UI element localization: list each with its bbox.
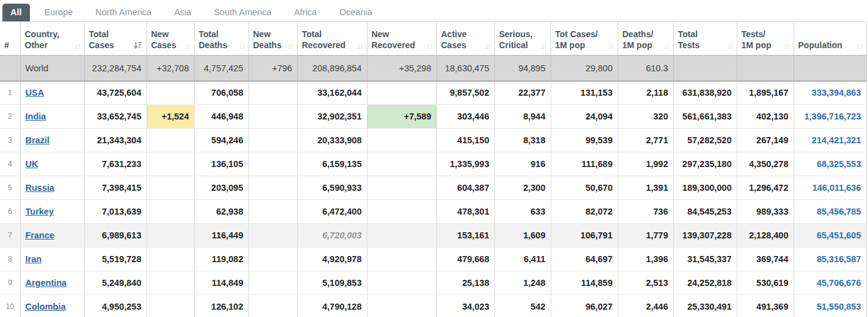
country-link[interactable]: Argentina [26, 278, 67, 288]
cell-new_cases [146, 248, 194, 271]
cell-active_cases: 18,630,475 [436, 55, 494, 81]
cell-total_deaths: 126,102 [194, 295, 248, 317]
column-header-new_recovered[interactable]: NewRecovered↓↑ [367, 22, 436, 55]
cell-serious_critical: 916 [494, 152, 551, 176]
cell-deaths_per_1m: 2,118 [618, 81, 673, 105]
column-label-line: Other [25, 40, 60, 51]
column-header-country[interactable]: Country,Other↓↑ [20, 22, 84, 55]
country-link[interactable]: India [26, 112, 46, 121]
cell-new_recovered [367, 271, 436, 295]
population-link[interactable]: 85,316,587 [817, 254, 861, 264]
population-link[interactable]: 45,706,676 [817, 278, 861, 288]
sort-both-icon[interactable]: ↓↑ [74, 42, 80, 51]
population-link[interactable]: 146,011,636 [812, 183, 861, 193]
cell-total_tests: 25,330,491 [673, 295, 737, 317]
population-link[interactable]: 51,550,853 [817, 302, 861, 312]
column-header-cases_per_1m[interactable]: Tot Cases/1M pop↓↑ [551, 22, 618, 55]
column-header-deaths_per_1m[interactable]: Deaths/1M pop↓↑ [618, 22, 673, 55]
population-link[interactable]: 85,456,785 [817, 207, 861, 216]
population-link[interactable]: 333,394,863 [812, 88, 861, 98]
tab-all[interactable]: All [2, 4, 30, 22]
column-label-line: Serious, [499, 29, 533, 40]
cell-country: Turkey [20, 200, 84, 224]
column-header-total_deaths[interactable]: TotalDeaths↓↑ [194, 22, 248, 55]
tab-oceania[interactable]: Oceania [331, 4, 380, 22]
cell-total_recovered: 6,159,135 [297, 152, 367, 176]
cell-total_cases: 33,652,745 [84, 105, 146, 129]
cell-active_cases: 153,161 [436, 224, 494, 248]
sort-both-icon[interactable]: ↓↑ [184, 42, 190, 51]
cell-new_cases [146, 295, 194, 317]
column-label-line: Total [302, 29, 346, 40]
column-label-line: Cases [151, 40, 176, 51]
column-header-total_tests[interactable]: TotalTests↓↑ [673, 22, 737, 55]
tab-south-america[interactable]: South America [206, 4, 279, 22]
cell-cases_per_1m: 50,670 [551, 176, 618, 200]
column-label-line: Total [678, 29, 700, 40]
country-link[interactable]: Iran [26, 254, 42, 264]
cell-new_cases: +32,708 [146, 55, 194, 81]
country-row-turkey: 6Turkey7,013,63962,9386,472,400478,30163… [0, 200, 866, 224]
cell-new_recovered: +35,298 [367, 55, 436, 81]
column-header-total_cases[interactable]: TotalCases [84, 22, 146, 55]
sort-both-icon[interactable]: ↓↑ [288, 42, 293, 51]
cell-total_tests: 57,282,520 [673, 129, 737, 152]
column-label-line: Tests/ [742, 29, 772, 40]
cell-country: Iran [20, 248, 84, 271]
cell-tests_per_1m: 2,128,400 [737, 224, 794, 248]
column-header-serious_critical[interactable]: Serious,Critical↓↑ [494, 22, 551, 55]
column-label-serious_critical: Serious,Critical [499, 29, 533, 51]
column-label-line: # [4, 40, 9, 51]
column-header-tests_per_1m[interactable]: Tests/1M pop↓↑ [737, 22, 794, 55]
cell-new_recovered [367, 224, 436, 248]
country-link[interactable]: Russia [26, 183, 55, 193]
cell-population: 146,011,636 [794, 176, 866, 200]
cell-population: 1,396,716,723 [794, 105, 866, 129]
sort-both-icon[interactable]: ↓↑ [357, 42, 363, 51]
sort-both-icon[interactable]: ↓↑ [784, 42, 789, 51]
population-link[interactable]: 68,325,553 [817, 159, 861, 169]
column-header-population[interactable]: Population↓↑ [794, 22, 866, 55]
cell-new_recovered [367, 200, 436, 224]
tab-asia[interactable]: Asia [166, 4, 199, 22]
cell-total_deaths: 594,246 [194, 129, 248, 152]
cell-total_recovered: 208,896,854 [297, 55, 367, 81]
cell-cases_per_1m: 82,072 [551, 200, 618, 224]
country-link[interactable]: USA [26, 88, 45, 98]
covid-countries-table: #Country,Other↓↑TotalCasesNewCases↓↑Tota… [0, 21, 867, 317]
column-header-new_deaths[interactable]: NewDeaths↓↑ [248, 22, 297, 55]
cell-population [794, 55, 866, 81]
country-link[interactable]: UK [26, 159, 38, 169]
cell-country: Brazil [20, 129, 84, 152]
sort-desc-icon[interactable] [134, 41, 142, 51]
sort-both-icon[interactable]: ↓↑ [427, 42, 432, 51]
column-header-new_cases[interactable]: NewCases↓↑ [146, 22, 194, 55]
cell-new_deaths [248, 176, 297, 200]
sort-both-icon[interactable]: ↓↑ [541, 42, 546, 51]
country-row-uk: 4UK7,631,233136,1056,159,1351,335,993916… [0, 152, 866, 176]
population-link[interactable]: 65,451,605 [817, 230, 861, 240]
sort-both-icon[interactable]: ↓↑ [485, 42, 490, 51]
sort-both-icon[interactable]: ↓↑ [239, 42, 244, 51]
tab-europe[interactable]: Europe [37, 4, 81, 22]
cell-total_tests: 84,545,253 [673, 200, 737, 224]
tab-north-america[interactable]: North America [87, 4, 159, 22]
country-link[interactable]: Brazil [26, 135, 50, 145]
country-link[interactable]: France [26, 230, 55, 240]
country-link[interactable]: Colombia [26, 302, 66, 312]
column-header-active_cases[interactable]: ActiveCases↓↑ [436, 22, 494, 55]
column-header-total_recovered[interactable]: TotalRecovered↓↑ [297, 22, 367, 55]
cell-rank: 5 [0, 176, 20, 200]
sort-both-icon[interactable]: ↓↑ [664, 42, 669, 51]
column-label-line: Tot Cases/ [555, 29, 598, 40]
cell-new_cases [146, 152, 194, 176]
population-link[interactable]: 1,396,716,723 [805, 112, 861, 121]
sort-both-icon[interactable]: ↓↑ [608, 42, 613, 51]
column-label-line: Recovered [372, 40, 416, 51]
country-link[interactable]: Turkey [26, 207, 54, 216]
sort-both-icon[interactable]: ↓↑ [856, 42, 862, 51]
sort-both-icon[interactable]: ↓↑ [727, 42, 732, 51]
cell-total_cases: 5,249,840 [84, 271, 146, 295]
population-link[interactable]: 214,421,321 [812, 135, 861, 145]
tab-africa[interactable]: Africa [286, 4, 325, 22]
